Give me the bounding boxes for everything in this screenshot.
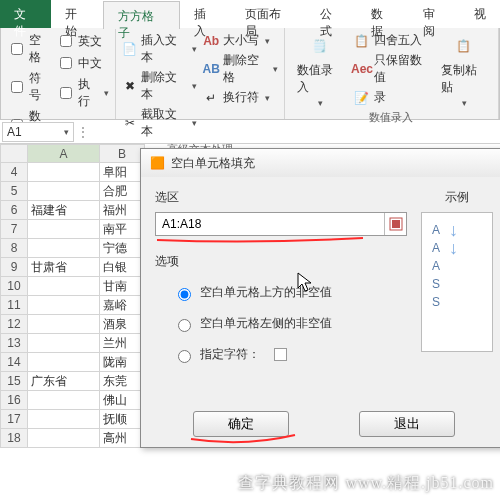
cut-text-icon: ✂ bbox=[122, 115, 137, 131]
cell[interactable] bbox=[28, 410, 100, 429]
row-header[interactable]: 17 bbox=[0, 410, 28, 429]
btn-copy-paste[interactable]: 📋 复制粘贴▾ bbox=[435, 32, 492, 108]
row-header[interactable]: 10 bbox=[0, 277, 28, 296]
chk-chinese[interactable]: 中文 bbox=[56, 54, 109, 72]
chk-symbol[interactable]: 符号 bbox=[7, 70, 50, 104]
cell[interactable]: 甘南 bbox=[100, 277, 145, 296]
radio-left[interactable]: 空白单元格左侧的非空值 bbox=[173, 315, 407, 332]
selection-label: 选区 bbox=[155, 189, 407, 206]
selection-box bbox=[155, 212, 407, 236]
cell[interactable]: 宁德 bbox=[100, 239, 145, 258]
tab-insert[interactable]: 插入 bbox=[180, 0, 231, 28]
cmd-delete-text[interactable]: ✖删除文本▾ bbox=[122, 69, 197, 103]
number-input-icon: 🗒️ bbox=[305, 32, 333, 60]
cell[interactable]: 佛山 bbox=[100, 391, 145, 410]
row-header[interactable]: 16 bbox=[0, 391, 28, 410]
cell[interactable]: 抚顺 bbox=[100, 410, 145, 429]
chk-exec[interactable]: 执行▾ bbox=[56, 76, 109, 110]
chk-space[interactable]: 空格 bbox=[7, 32, 50, 66]
row-header[interactable]: 12 bbox=[0, 315, 28, 334]
svg-rect-1 bbox=[392, 220, 400, 228]
cell[interactable] bbox=[28, 353, 100, 372]
cmd-case[interactable]: Ab大小写▾ bbox=[203, 32, 278, 49]
cell[interactable] bbox=[28, 163, 100, 182]
cell[interactable]: 高州 bbox=[100, 429, 145, 448]
options-label: 选项 bbox=[155, 253, 407, 270]
cell[interactable]: 福州 bbox=[100, 201, 145, 220]
row-header[interactable]: 13 bbox=[0, 334, 28, 353]
cell[interactable]: 福建省 bbox=[28, 201, 100, 220]
del-space-icon: AB bbox=[203, 61, 219, 77]
cell[interactable] bbox=[28, 296, 100, 315]
selection-input[interactable] bbox=[156, 217, 384, 231]
cell[interactable] bbox=[28, 220, 100, 239]
ribbon-tabs: 文件 开始 方方格子 插入 页面布局 公式 数据 审阅 视 bbox=[0, 0, 500, 28]
row-header[interactable]: 14 bbox=[0, 353, 28, 372]
tab-review[interactable]: 审阅 bbox=[409, 0, 460, 28]
cmd-del-space[interactable]: AB删除空格▾ bbox=[203, 52, 278, 86]
row-header[interactable]: 8 bbox=[0, 239, 28, 258]
cmd-newline[interactable]: ↵换行符▾ bbox=[203, 89, 278, 106]
cell[interactable]: 陇南 bbox=[100, 353, 145, 372]
btn-number-input[interactable]: 🗒️ 数值录入▾ bbox=[291, 32, 348, 108]
tab-data[interactable]: 数据 bbox=[357, 0, 408, 28]
tab-formula[interactable]: 公式 bbox=[306, 0, 357, 28]
row-header[interactable]: 18 bbox=[0, 429, 28, 448]
tab-home[interactable]: 开始 bbox=[51, 0, 102, 28]
group-adv-text: 📄插入文本▾ ✖删除文本▾ ✂截取文本▾ Ab大小写▾ AB删除空格▾ ↵换行符… bbox=[116, 28, 285, 119]
cell[interactable]: 南平 bbox=[100, 220, 145, 239]
col-header-a[interactable]: A bbox=[28, 144, 100, 163]
range-picker-button[interactable] bbox=[384, 213, 406, 235]
annotation-ok-underline bbox=[189, 433, 299, 447]
cell[interactable] bbox=[28, 391, 100, 410]
row-header[interactable]: 11 bbox=[0, 296, 28, 315]
cmd-round[interactable]: 📋四舍五入 bbox=[354, 32, 429, 49]
cell[interactable]: 合肥 bbox=[100, 182, 145, 201]
cell[interactable]: 阜阳 bbox=[100, 163, 145, 182]
select-all-corner[interactable] bbox=[0, 144, 28, 163]
cmd-insert-text[interactable]: 📄插入文本▾ bbox=[122, 32, 197, 66]
row-header[interactable]: 7 bbox=[0, 220, 28, 239]
record-icon: 📝 bbox=[354, 90, 370, 106]
row-header[interactable]: 15 bbox=[0, 372, 28, 391]
insert-text-icon: 📄 bbox=[122, 41, 137, 57]
cell[interactable]: 兰州 bbox=[100, 334, 145, 353]
cell[interactable]: 东莞 bbox=[100, 372, 145, 391]
dialog-icon: 🟧 bbox=[149, 155, 165, 171]
cmd-keep-number[interactable]: Aec只保留数值 bbox=[354, 52, 429, 86]
char-input[interactable] bbox=[274, 348, 287, 361]
cell[interactable] bbox=[28, 239, 100, 258]
row-header[interactable]: 9 bbox=[0, 258, 28, 277]
cell[interactable]: 酒泉 bbox=[100, 315, 145, 334]
cmd-truncate-text[interactable]: ✂截取文本▾ bbox=[122, 106, 197, 140]
cell[interactable] bbox=[28, 334, 100, 353]
radio-above[interactable]: 空白单元格上方的非空值 bbox=[173, 284, 407, 301]
col-header-b[interactable]: B bbox=[100, 144, 145, 163]
cell[interactable] bbox=[28, 429, 100, 448]
cell[interactable]: 甘肃省 bbox=[28, 258, 100, 277]
group-text: 空格 符号 数字 英文 中文 执行▾ 文本处理 bbox=[1, 28, 116, 119]
cell[interactable] bbox=[28, 315, 100, 334]
cell[interactable]: 白银 bbox=[100, 258, 145, 277]
radio-char[interactable]: 指定字符： bbox=[173, 346, 407, 363]
cell[interactable]: 广东省 bbox=[28, 372, 100, 391]
dialog-title: 空白单元格填充 bbox=[171, 155, 255, 172]
row-header[interactable]: 4 bbox=[0, 163, 28, 182]
cancel-button[interactable]: 退出 bbox=[359, 411, 455, 437]
annotation-underline bbox=[155, 236, 407, 243]
name-box[interactable]: A1▾ bbox=[2, 122, 74, 142]
dialog-titlebar[interactable]: 🟧 空白单元格填充 bbox=[141, 149, 500, 177]
tab-view[interactable]: 视 bbox=[460, 0, 500, 28]
cmd-record[interactable]: 📝录 bbox=[354, 89, 429, 106]
cell[interactable] bbox=[28, 182, 100, 201]
row-header[interactable]: 6 bbox=[0, 201, 28, 220]
example-arrow-icon: ↓↓ bbox=[449, 221, 459, 343]
chk-english[interactable]: 英文 bbox=[56, 32, 109, 50]
tab-layout[interactable]: 页面布局 bbox=[231, 0, 306, 28]
tab-addin[interactable]: 方方格子 bbox=[103, 1, 180, 29]
newline-icon: ↵ bbox=[203, 90, 219, 106]
cell[interactable] bbox=[28, 277, 100, 296]
row-header[interactable]: 5 bbox=[0, 182, 28, 201]
tab-file[interactable]: 文件 bbox=[0, 0, 51, 28]
cell[interactable]: 嘉峪 bbox=[100, 296, 145, 315]
